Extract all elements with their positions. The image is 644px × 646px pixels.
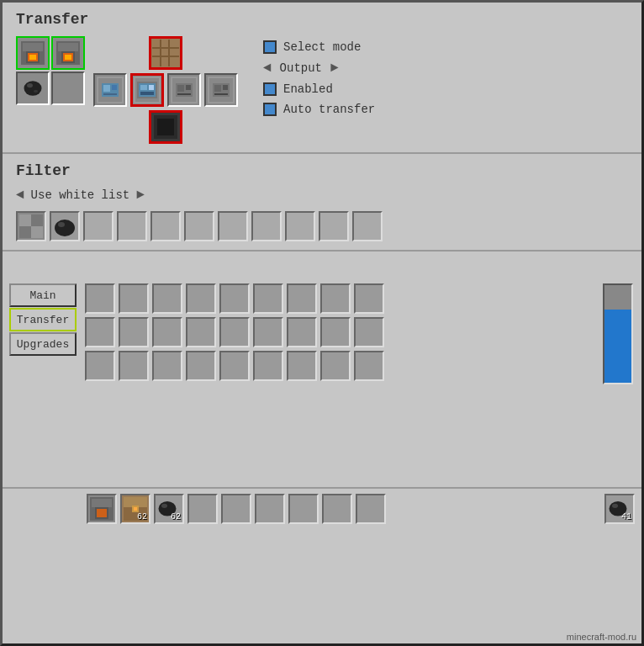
inv-slot-3-2[interactable] [119,351,149,381]
inv-slot-3-6[interactable] [253,351,283,381]
slot-selected-bottom[interactable] [149,110,182,144]
inv-slot-3-4[interactable] [186,351,216,381]
inv-slot-3-8[interactable] [320,351,351,381]
inv-slot-1-2[interactable] [119,283,149,314]
inv-slot-1-5[interactable] [219,283,250,314]
inv-slot-2-9[interactable] [354,317,384,347]
select-mode-checkbox[interactable] [263,40,277,54]
svg-rect-53 [31,226,43,238]
filter-title: Filter [16,162,628,179]
hotbar-slot-6[interactable] [255,494,285,524]
inv-slot-2-1[interactable] [85,317,115,347]
hotbar-furnace-icon [88,495,115,522]
output-next-button[interactable]: ► [330,61,339,76]
svg-rect-66 [134,507,137,511]
output-nav-row: ◄ Output ► [263,61,375,76]
tab-upgrades[interactable]: Upgrades [9,332,77,356]
grid-block-icon [152,40,179,66]
tab-main[interactable]: Main [9,283,77,307]
tab-transfer[interactable]: Transfer [9,308,77,331]
inv-slot-3-1[interactable] [85,351,115,381]
slot-furnace-1[interactable] [16,36,50,70]
left-items-grid [16,36,85,105]
inv-row-1 [85,283,593,314]
hotbar-count-extra: 41 [621,512,631,522]
filter-slot-8[interactable] [251,211,282,241]
inv-slot-1-6[interactable] [253,283,283,314]
inv-slot-1-3[interactable] [152,283,182,314]
filter-panel: Filter ◄ Use white list ► [3,154,641,252]
filter-next-button[interactable]: ► [136,188,145,203]
inv-slot-3-9[interactable] [354,351,384,381]
auto-transfer-checkbox[interactable] [263,103,277,116]
filter-slots [16,211,628,241]
svg-rect-44 [223,85,228,90]
inv-slot-1-7[interactable] [287,283,317,314]
inventory-grid [78,277,599,487]
slot-machine-4[interactable] [204,73,238,107]
inv-slot-2-8[interactable] [320,317,351,347]
filter-slot-11[interactable] [352,211,383,241]
hotbar-slot-5[interactable] [221,494,251,524]
filter-slot-3[interactable] [83,211,113,241]
inv-slot-3-3[interactable] [152,351,182,381]
svg-rect-39 [177,93,191,95]
enabled-checkbox[interactable] [263,82,277,96]
hotbar-slot-2[interactable]: 62 [120,494,150,524]
output-prev-button[interactable]: ◄ [263,61,272,76]
svg-point-15 [34,90,38,93]
hotbar-slot-8[interactable] [322,494,352,524]
watermark: minecraft-mod.ru [567,632,636,642]
filter-slot-10[interactable] [319,211,349,241]
coal-icon [21,77,45,100]
inv-slot-2-5[interactable] [219,317,250,347]
svg-rect-45 [214,93,228,95]
filter-slot-4[interactable] [117,211,147,241]
inv-slot-2-3[interactable] [152,317,182,347]
hotbar-slot-9[interactable] [356,494,386,524]
slot-selected-top[interactable] [149,36,182,70]
slot-machine-1[interactable] [93,73,127,107]
hotbar-slot-4[interactable] [187,494,218,524]
svg-rect-37 [177,85,184,92]
stone-icon [18,213,45,240]
inv-slot-2-4[interactable] [186,317,216,347]
hotbar-slot-3[interactable]: 62 [154,494,184,524]
inv-slot-1-9[interactable] [354,283,384,314]
slot-machine-3[interactable] [167,73,201,107]
center-slots [93,36,238,144]
machine-slots-row [93,73,238,107]
slot-furnace-2[interactable] [51,36,85,70]
inv-slot-3-5[interactable] [219,351,250,381]
filter-slot-coal[interactable] [50,211,80,241]
filter-slot-stone[interactable] [16,211,46,241]
svg-rect-16 [152,40,179,66]
filter-slot-7[interactable] [218,211,248,241]
hotbar-slot-1[interactable] [87,494,117,524]
svg-rect-11 [65,55,71,60]
furnace-icon-2 [55,40,82,66]
slot-machine-active[interactable] [130,73,164,107]
right-options: Select mode ◄ Output ► Enabled Auto tran… [263,36,375,116]
svg-point-14 [27,83,33,87]
svg-rect-48 [157,119,174,135]
hotbar-slot-extra[interactable]: 41 [604,494,635,524]
svg-point-68 [161,504,167,508]
inv-slot-2-7[interactable] [287,317,317,347]
inv-slot-1-4[interactable] [186,283,216,314]
inv-slot-2-6[interactable] [253,317,283,347]
slot-empty-1[interactable] [51,71,85,105]
inv-row-2 [85,317,593,347]
inv-slot-2-2[interactable] [119,317,149,347]
inv-slot-1-8[interactable] [320,283,351,314]
filter-slot-9[interactable] [285,211,315,241]
filter-prev-button[interactable]: ◄ [16,188,24,203]
filter-slot-6[interactable] [184,211,214,241]
inv-slot-1-1[interactable] [85,283,115,314]
enabled-row: Enabled [263,82,375,96]
svg-point-56 [58,222,65,227]
filter-slot-5[interactable] [150,211,181,241]
inv-slot-3-7[interactable] [287,351,317,381]
hotbar-slot-7[interactable] [288,494,319,524]
slot-coal[interactable] [16,71,50,105]
